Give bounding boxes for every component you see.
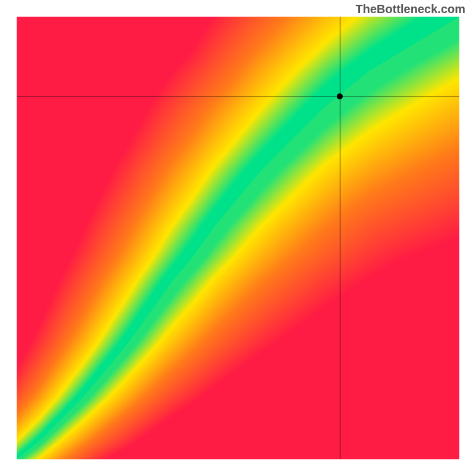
data-point — [337, 93, 343, 99]
heatmap-plot — [17, 17, 459, 459]
crosshair-horizontal — [17, 96, 459, 96]
watermark-text: TheBottleneck.com — [356, 2, 465, 16]
heatmap-canvas — [17, 17, 459, 459]
crosshair-vertical — [340, 17, 340, 459]
